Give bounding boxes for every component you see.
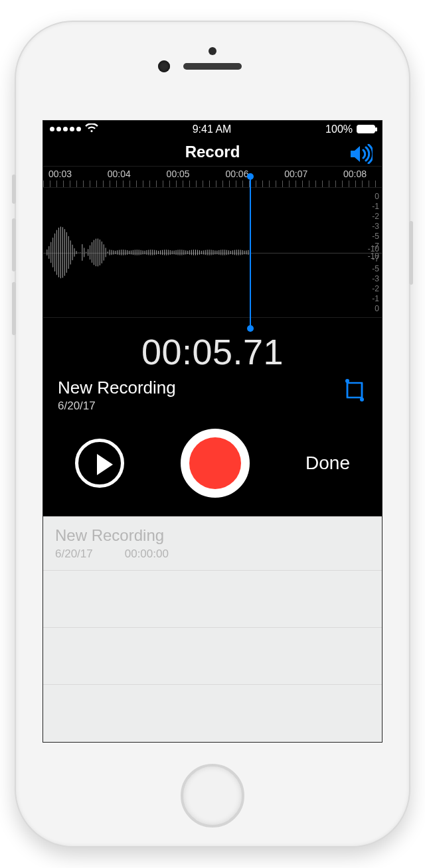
timeline-label: 00:07 [284, 169, 319, 179]
timeline-label: 00:06 [225, 169, 260, 179]
controls-row: Done [43, 413, 382, 516]
earpiece [183, 63, 242, 70]
waveform-icon [43, 188, 382, 317]
playhead[interactable] [250, 176, 251, 329]
timeline-label: 00:08 [343, 169, 378, 179]
timeline-ticks [43, 181, 382, 187]
mute-switch [12, 175, 16, 204]
list-item [43, 628, 382, 685]
recording-title: New Recording [58, 378, 176, 398]
list-item [43, 685, 382, 742]
recordings-list[interactable]: New Recording 6/20/17 00:00:00 [43, 516, 382, 742]
waveform-area[interactable]: 0-1-2-3-5-7-10 -10-7-5-3-2-10 [43, 187, 382, 318]
list-item-duration: 00:00:00 [125, 547, 169, 561]
proximity-sensor [209, 47, 216, 55]
screen: 9:41 AM 100% Record 00:03 00:04 00:05 00… [42, 120, 382, 743]
battery-percent: 100% [325, 123, 353, 135]
status-bar: 9:41 AM 100% [43, 121, 382, 137]
wifi-icon [85, 123, 98, 135]
timeline-label: 00:05 [167, 169, 201, 179]
speaker-output-button[interactable] [349, 144, 373, 167]
play-button[interactable] [75, 439, 124, 488]
record-button[interactable] [181, 429, 250, 498]
signal-dots-icon [50, 127, 81, 131]
timeline-ruler[interactable]: 00:03 00:04 00:05 00:06 00:07 00:08 [43, 166, 382, 187]
list-item-date: 6/20/17 [55, 547, 93, 561]
battery-icon [357, 125, 375, 133]
list-item-title: New Recording [55, 526, 370, 545]
recording-meta: New Recording 6/20/17 [43, 372, 382, 413]
iphone-frame: 9:41 AM 100% Record 00:03 00:04 00:05 00… [15, 21, 410, 847]
nav-title: Record [185, 143, 240, 161]
db-scale-bottom: -10-7-5-3-2-10 [368, 244, 379, 313]
done-button[interactable]: Done [305, 453, 350, 474]
list-item[interactable]: New Recording 6/20/17 00:00:00 [43, 517, 382, 571]
timeline-label: 00:04 [108, 169, 142, 179]
status-time: 9:41 AM [193, 123, 232, 135]
list-item [43, 571, 382, 628]
home-button[interactable] [181, 764, 244, 828]
timeline-label: 00:03 [48, 169, 83, 179]
recording-date: 6/20/17 [58, 399, 176, 413]
power-button [409, 221, 413, 285]
volume-up-button [12, 218, 16, 271]
trim-button[interactable] [342, 378, 367, 403]
nav-bar: Record [43, 137, 382, 165]
svg-rect-104 [347, 383, 362, 398]
front-camera [158, 60, 170, 72]
volume-down-button [12, 282, 16, 335]
elapsed-time: 00:05.71 [43, 331, 382, 372]
